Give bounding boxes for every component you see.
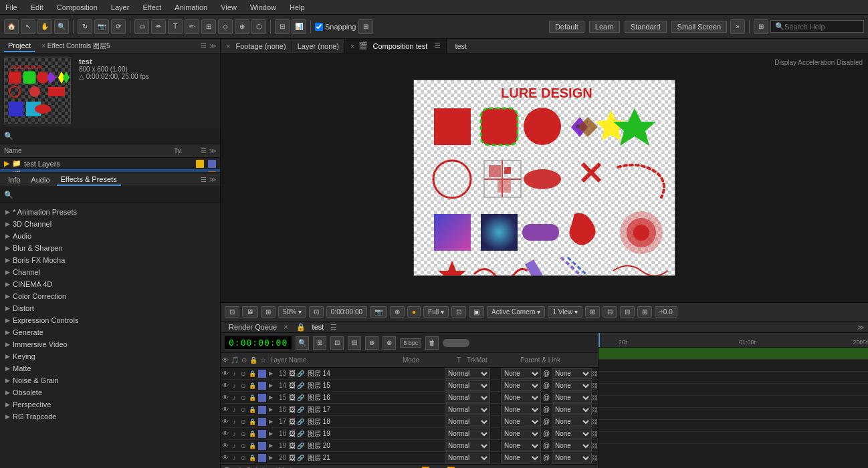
folder-test-layers[interactable]: ▶ 📁 test Layers bbox=[0, 158, 220, 169]
effect-keying[interactable]: ▶ Keying bbox=[0, 350, 220, 362]
project-search[interactable]: 🔍 bbox=[0, 128, 220, 144]
vis-eye-17[interactable]: 👁 bbox=[221, 418, 230, 425]
menu-file[interactable]: File bbox=[3, 2, 20, 13]
close-icon2[interactable]: × bbox=[350, 42, 354, 50]
vis-eye-14[interactable]: 👁 bbox=[221, 382, 230, 389]
home-button[interactable]: 🏠 bbox=[4, 19, 19, 34]
motion-blur[interactable]: ⊞ bbox=[637, 306, 652, 318]
effect-color-correction[interactable]: ▶ Color Correction bbox=[0, 290, 220, 302]
vis-audio-14[interactable]: ♪ bbox=[230, 382, 239, 389]
workspace-default[interactable]: Default bbox=[549, 21, 584, 33]
playhead[interactable] bbox=[599, 333, 600, 347]
project-panel-menu[interactable]: ☰ bbox=[201, 42, 207, 49]
snap-options[interactable]: ⊞ bbox=[358, 19, 373, 34]
viewer-resolution-btn[interactable]: 🖥 bbox=[242, 306, 258, 318]
vis-eye-18[interactable]: 👁 bbox=[221, 430, 230, 437]
time-code-btn[interactable]: 0:00:00:00 bbox=[326, 306, 367, 318]
vis-lock-13[interactable]: 🔒 bbox=[248, 370, 257, 377]
workspace-more[interactable]: » bbox=[730, 19, 745, 34]
expand-17[interactable]: ▶ bbox=[267, 419, 274, 425]
comp-flowchart[interactable]: ⊡ bbox=[603, 306, 617, 318]
parent-select-19[interactable]: None bbox=[552, 441, 592, 451]
workspace-learn[interactable]: Learn bbox=[589, 21, 620, 33]
vis-lock-20[interactable]: 🔒 bbox=[248, 455, 257, 461]
comp-tab-footage[interactable]: × Footage (none) bbox=[221, 39, 292, 53]
parent-select-18[interactable]: None bbox=[552, 429, 592, 439]
trkmat-select-18[interactable]: None bbox=[501, 429, 541, 439]
effect-cinema4d[interactable]: ▶ CINEMA 4D bbox=[0, 278, 220, 290]
vis-audio-13[interactable]: ♪ bbox=[230, 370, 239, 377]
mode-select-15[interactable]: Normal bbox=[445, 392, 490, 403]
camera-btn[interactable]: Active Camera ▾ bbox=[487, 306, 545, 318]
vis-lock-19[interactable]: 🔒 bbox=[248, 443, 257, 449]
mode-select-19[interactable]: Normal bbox=[445, 441, 490, 451]
mode-select-13[interactable]: Normal bbox=[445, 368, 490, 379]
parent-chain-14[interactable]: ⛓ bbox=[592, 382, 598, 389]
trkmat-select-15[interactable]: None bbox=[501, 392, 541, 403]
vis-eye-16[interactable]: 👁 bbox=[221, 406, 230, 413]
project-tab[interactable]: Project bbox=[4, 40, 35, 52]
viewer-toggle[interactable]: ▣ bbox=[469, 306, 484, 318]
expand-20[interactable]: ▶ bbox=[267, 455, 274, 461]
search-box[interactable]: 🔍 bbox=[770, 20, 864, 33]
puppet-tool[interactable]: ⊕ bbox=[235, 19, 249, 34]
menu-composition[interactable]: Composition bbox=[54, 2, 100, 13]
menu-effect[interactable]: Effect bbox=[140, 2, 164, 13]
vis-lock-15[interactable]: 🔒 bbox=[248, 394, 257, 401]
effect-matte[interactable]: ▶ Matte bbox=[0, 362, 220, 374]
menu-animation[interactable]: Animation bbox=[172, 2, 210, 13]
hand-tool[interactable]: ✋ bbox=[37, 19, 52, 34]
snapshot-btn[interactable]: 📷 bbox=[370, 306, 387, 318]
audio-tab[interactable]: Audio bbox=[27, 174, 53, 185]
comp-tab-composition[interactable]: × 🎬 Composition test ☰ bbox=[345, 39, 447, 53]
align-tool[interactable]: ⊟ bbox=[275, 19, 290, 34]
parent-chain-17[interactable]: ⛓ bbox=[592, 419, 598, 425]
vis-solo-15[interactable]: ⊙ bbox=[239, 394, 248, 401]
vis-eye-20[interactable]: 👁 bbox=[221, 454, 230, 461]
vis-audio-19[interactable]: ♪ bbox=[230, 443, 239, 449]
effect-noise-grain[interactable]: ▶ Noise & Grain bbox=[0, 374, 220, 386]
mode-select-18[interactable]: Normal bbox=[445, 429, 490, 439]
close-icon[interactable]: × bbox=[226, 42, 230, 50]
eraser-tool[interactable]: ◇ bbox=[218, 19, 233, 34]
menu-view[interactable]: View bbox=[218, 2, 239, 13]
maximize-panel[interactable]: ⊞ bbox=[754, 19, 768, 34]
vis-eye-15[interactable]: 👁 bbox=[221, 394, 230, 401]
effect-boris-fx[interactable]: ▶ Boris FX Mocha bbox=[0, 254, 220, 266]
zoom-tool[interactable]: 🔍 bbox=[54, 19, 69, 34]
effect-perspective[interactable]: ▶ Perspective bbox=[0, 398, 220, 411]
rect-tool[interactable]: ▭ bbox=[134, 19, 149, 34]
vis-solo-20[interactable]: ⊙ bbox=[239, 455, 248, 461]
orbit-tool[interactable]: ⟳ bbox=[111, 19, 126, 34]
vis-lock-18[interactable]: 🔒 bbox=[248, 431, 257, 437]
effect-animation-presets[interactable]: ▶ * Animation Presets bbox=[0, 206, 220, 218]
parent-select-15[interactable]: None bbox=[552, 392, 592, 403]
effects-panel-expand[interactable]: ≫ bbox=[209, 176, 216, 183]
trkmat-select-19[interactable]: None bbox=[501, 441, 541, 451]
effects-search[interactable]: 🔍 bbox=[0, 187, 220, 203]
text-tool[interactable]: T bbox=[168, 19, 183, 34]
expand-13[interactable]: ▶ bbox=[267, 370, 274, 376]
effect-controls-tab[interactable]: × Effect Controls 图层5 bbox=[37, 40, 114, 52]
brush-tool[interactable]: ✏ bbox=[185, 19, 199, 34]
vis-audio-15[interactable]: ♪ bbox=[230, 394, 239, 401]
snapping-checkbox[interactable] bbox=[315, 23, 323, 31]
effect-distort[interactable]: ▶ Distort bbox=[0, 302, 220, 314]
list-expand-icon[interactable]: ≫ bbox=[209, 147, 216, 154]
effects-search-input[interactable] bbox=[13, 191, 216, 199]
fit-to-view-btn[interactable]: ⊡ bbox=[309, 306, 324, 318]
mode-select-16[interactable]: Normal bbox=[445, 404, 490, 415]
item-test[interactable]: 🎬 test bbox=[0, 169, 220, 172]
effect-rg-trapcode[interactable]: ▶ RG Trapcode bbox=[0, 411, 220, 423]
tc-btn5[interactable]: ⊗ bbox=[383, 336, 396, 350]
menu-window[interactable]: Window bbox=[247, 2, 279, 13]
vis-audio-16[interactable]: ♪ bbox=[230, 406, 239, 413]
vis-solo-19[interactable]: ⊙ bbox=[239, 443, 248, 449]
tc-btn2[interactable]: ⊡ bbox=[330, 336, 344, 350]
offset-btn[interactable]: +0.0 bbox=[655, 306, 677, 318]
parent-chain-20[interactable]: ⛓ bbox=[592, 455, 598, 461]
timeline-slider[interactable] bbox=[443, 339, 469, 347]
time-display[interactable]: 0:00:00:00 bbox=[225, 336, 292, 349]
project-search-input[interactable] bbox=[13, 132, 216, 140]
vis-solo-14[interactable]: ⊙ bbox=[239, 382, 248, 389]
